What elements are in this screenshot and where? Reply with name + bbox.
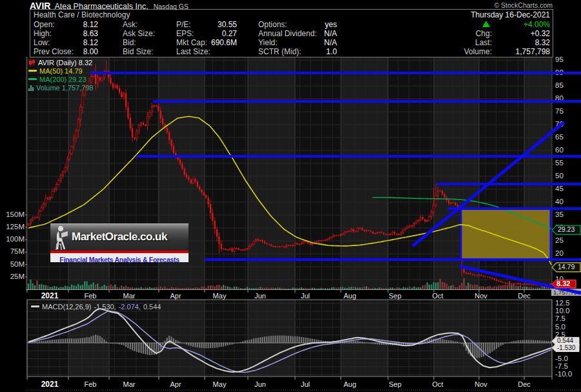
ask-label: Ask: [123,20,138,29]
svg-text:29.23: 29.23 [558,225,575,233]
svg-text:75M: 75M [10,247,25,255]
svg-text:2021: 2021 [41,291,59,300]
last-size-label: Last Size: [176,47,210,56]
eps-value: 0.27 [197,29,237,38]
macd-value-hist: 0.544 [143,303,161,311]
svg-text:Nov: Nov [474,380,487,388]
legend-volume-label: Volume 1,757,798 [36,84,94,92]
svg-text:Apr: Apr [170,380,181,388]
svg-text:Jun: Jun [254,380,266,388]
company-name: Atea Pharmaceuticals Inc. [54,2,148,11]
options-label: Options: [258,20,287,29]
dividend-value: N/A [298,29,337,38]
low-label: Low: [34,38,50,47]
svg-text:-1.530: -1.530 [557,344,576,351]
svg-text:May: May [213,380,227,388]
chg-label: Chg: [445,29,492,38]
macd-legend-row: MACD(12,26,9) -1.530, -2.074, 0.544 [31,302,161,311]
high-label: High: [34,29,52,38]
legend-ma50-label: MA(50) 14.79 [39,67,83,75]
candlestick-icon [28,59,36,67]
up-arrow-icon [482,21,490,27]
percent-change: +4.00% [492,20,550,29]
svg-text:35: 35 [555,211,564,218]
volume-bars-icon [28,85,34,91]
svg-text:7.5: 7.5 [555,315,566,322]
svg-text:100M: 100M [6,235,25,243]
svg-text:Mar: Mar [123,292,136,300]
marketoracle-watermark[interactable]: MarketOracle.co.uk Financial Markets Ana… [50,223,189,262]
svg-text:125M: 125M [6,223,25,231]
yield-label: Yield: [258,38,278,47]
svg-text:Oct: Oct [432,380,443,388]
marketoracle-banner-top: MarketOracle.co.uk [50,223,189,251]
macd-value-line: -1.530, [94,303,116,311]
svg-text:25: 25 [555,236,564,244]
bid-size-label: Bid Size: [123,47,153,56]
svg-text:Apr: Apr [170,292,181,300]
sector-industry: Health Care / Biotechnology [34,10,130,19]
svg-text:Aug: Aug [343,380,356,388]
legend-symbol-row: AVIR (Daily) 8.32 [28,58,92,67]
volume-value: 1,757,798 [492,47,550,56]
quote-date: Thursday 16-Dec-2021 [447,10,550,19]
svg-text:25M: 25M [10,273,25,280]
svg-text:2021: 2021 [41,380,59,389]
svg-text:Nov: Nov [474,292,487,300]
pe-label: P/E: [176,20,191,29]
svg-text:5.0: 5.0 [555,323,566,331]
volume-label: Volume: [445,47,492,56]
svg-text:-5.0: -5.0 [555,355,568,362]
bid-label: Bid: [123,38,136,47]
marketoracle-title: MarketOracle.co.uk [72,231,167,243]
ma200-line-icon [28,78,37,80]
sctr-value: 1.0 [298,47,337,56]
chg-value: +0.32 [492,29,550,38]
svg-text:55: 55 [555,159,564,167]
legend-ma200-label: MA(200) 29.23 [39,76,87,83]
svg-text:14.79: 14.79 [558,263,575,271]
svg-text:150M: 150M [6,211,25,218]
svg-text:8.32: 8.32 [556,280,570,287]
eps-label: EPS: [176,29,194,38]
low-value: 8.12 [65,38,98,47]
macd-line-icon [31,305,39,307]
svg-text:20: 20 [555,249,564,257]
prev-close-value: 8.00 [65,47,98,56]
ask-size-label: Ask Size: [123,29,155,38]
svg-text:-10.0: -10.0 [555,370,572,378]
svg-text:10.0: 10.0 [555,307,569,315]
high-value: 8.63 [65,29,98,38]
svg-text:65: 65 [555,133,564,141]
svg-text:50: 50 [555,172,564,180]
svg-text:Dec: Dec [518,380,531,388]
svg-text:Aug: Aug [343,292,356,300]
options-value: yes [298,20,337,29]
svg-text:Oct: Oct [432,292,443,300]
svg-text:Sep: Sep [389,292,402,300]
last-label: Last: [445,38,492,47]
ma50-line-icon [28,70,37,72]
svg-text:85: 85 [555,81,564,89]
svg-text:40: 40 [555,198,564,205]
title-row: AVIRAtea Pharmaceuticals Inc.Nasdaq GS [30,0,189,9]
svg-text:75: 75 [555,107,564,115]
svg-text:Feb: Feb [85,380,97,388]
open-label: Open: [34,20,55,29]
svg-text:Jul: Jul [301,380,310,388]
pe-value: 30.55 [197,20,237,29]
macd-value-signal: -2.074, [119,303,141,311]
ticker-symbol: AVIR [30,1,50,11]
stockcharts-chart-page: AVIRAtea Pharmaceuticals Inc.Nasdaq GS ©… [0,0,581,392]
svg-text:May: May [213,292,227,300]
svg-text:12.5: 12.5 [555,299,569,307]
marketoracle-tagline: Financial Markets Analysis & Forecasts [59,256,179,263]
svg-text:Mar: Mar [123,380,136,388]
legend-volume-row: Volume 1,757,798 [28,83,94,92]
open-value: 8.12 [65,20,98,29]
mktcap-value: 690.6M [197,38,237,47]
seated-reader-icon [52,225,72,251]
svg-text:60: 60 [555,146,564,154]
svg-text:Sep: Sep [389,380,402,388]
svg-text:50M: 50M [10,260,25,268]
